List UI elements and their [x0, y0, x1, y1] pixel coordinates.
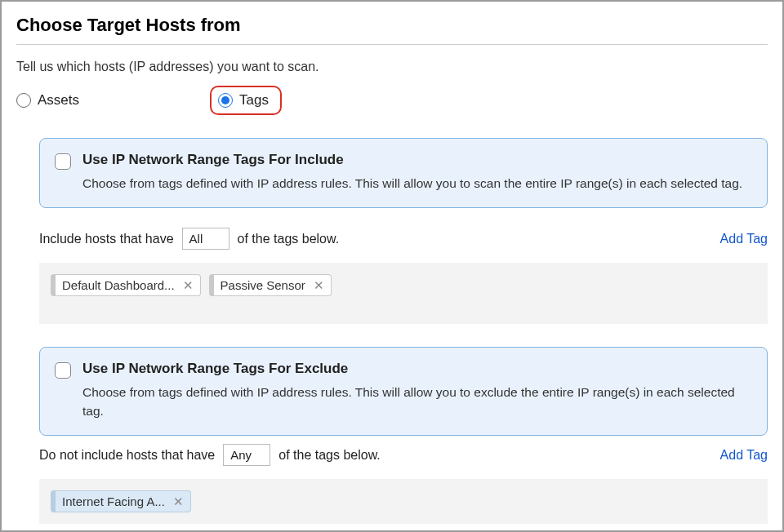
exclude-panel-title: Use IP Network Range Tags For Exclude [82, 361, 752, 377]
radio-dot-icon [221, 96, 229, 104]
exclude-panel-desc: Choose from tags defined with IP address… [82, 383, 752, 420]
include-ip-range-panel: Use IP Network Range Tags For Include Ch… [39, 138, 768, 208]
include-match-select[interactable]: All [182, 228, 229, 250]
include-panel-desc: Choose from tags defined with IP address… [82, 175, 742, 193]
target-host-radio-group: Assets Tags [16, 86, 768, 115]
radio-tags[interactable]: Tags [218, 92, 269, 109]
radio-icon [16, 93, 31, 108]
exclude-filter-row: Do not include hosts that have Any of th… [39, 444, 768, 466]
exclude-filter-suffix: of the tags below. [278, 448, 381, 463]
exclude-tags-area: Internet Facing A... ✕ [39, 479, 768, 524]
exclude-match-select[interactable]: Any [223, 444, 270, 466]
tag-label: Passive Sensor [220, 278, 305, 292]
exclude-filter-prefix: Do not include hosts that have [39, 448, 215, 463]
tag-label: Internet Facing A... [62, 494, 165, 508]
radio-icon [218, 93, 233, 108]
include-filter-row: Include hosts that have All of the tags … [39, 228, 768, 250]
tag-chip[interactable]: Default Dashboard... ✕ [51, 274, 201, 296]
include-filter-suffix: of the tags below. [238, 232, 340, 246]
close-icon[interactable]: ✕ [314, 279, 324, 291]
intro-text: Tell us which hosts (IP addresses) you w… [16, 60, 768, 74]
page-title: Choose Target Hosts from [16, 10, 768, 45]
add-include-tag-link[interactable]: Add Tag [720, 232, 768, 246]
radio-tags-label: Tags [239, 92, 269, 109]
tag-chip[interactable]: Passive Sensor ✕ [209, 274, 332, 296]
tag-label: Default Dashboard... [62, 278, 175, 292]
radio-assets-label: Assets [38, 92, 79, 109]
exclude-panel-text: Use IP Network Range Tags For Exclude Ch… [82, 361, 752, 420]
exclude-ip-range-panel: Use IP Network Range Tags For Exclude Ch… [39, 347, 768, 436]
tag-chip[interactable]: Internet Facing A... ✕ [51, 490, 191, 512]
include-panel-text: Use IP Network Range Tags For Include Ch… [82, 152, 742, 193]
close-icon[interactable]: ✕ [183, 279, 194, 291]
include-panel-title: Use IP Network Range Tags For Include [82, 152, 742, 168]
radio-assets[interactable]: Assets [16, 92, 79, 109]
include-filter-prefix: Include hosts that have [39, 232, 174, 246]
include-ip-range-checkbox[interactable] [55, 153, 71, 170]
include-tags-area: Default Dashboard... ✕ Passive Sensor ✕ [39, 263, 768, 324]
exclude-ip-range-checkbox[interactable] [55, 362, 71, 379]
radio-tags-highlight: Tags [210, 86, 282, 115]
add-exclude-tag-link[interactable]: Add Tag [720, 448, 768, 463]
tags-content: Use IP Network Range Tags For Include Ch… [16, 138, 768, 524]
close-icon[interactable]: ✕ [173, 495, 184, 508]
